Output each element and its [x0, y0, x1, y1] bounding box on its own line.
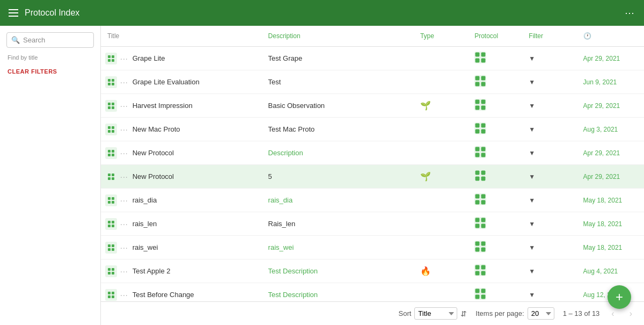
- description-link[interactable]: Description: [268, 149, 303, 157]
- svg-rect-49: [112, 197, 114, 200]
- col-header-protocol[interactable]: Protocol: [470, 26, 524, 47]
- description-text: Rais_len: [268, 220, 296, 228]
- svg-rect-81: [112, 292, 114, 294]
- type-cell: [416, 118, 470, 141]
- protocol-cell: [470, 283, 524, 302]
- col-header-type[interactable]: Type: [416, 26, 470, 47]
- svg-rect-42: [108, 177, 111, 180]
- svg-rect-28: [475, 124, 480, 128]
- svg-rect-30: [475, 129, 480, 134]
- type-cell: [416, 47, 470, 70]
- row-menu-button[interactable]: ···: [120, 54, 128, 63]
- svg-rect-41: [112, 174, 114, 176]
- protocol-icon: [474, 52, 486, 63]
- row-icon: [105, 242, 117, 254]
- sort-arrows-icon[interactable]: ⇵: [460, 309, 467, 318]
- row-icon: [105, 76, 117, 88]
- title-cell: ··· rais_dia: [101, 189, 264, 212]
- filter-icon[interactable]: ▼: [529, 197, 535, 204]
- add-protocol-button[interactable]: +: [608, 285, 631, 309]
- svg-rect-69: [481, 242, 486, 246]
- filter-icon[interactable]: ▼: [529, 102, 535, 110]
- filter-cell: ▼: [524, 236, 579, 259]
- protocol-cell: [470, 212, 524, 236]
- filter-icon[interactable]: ▼: [529, 220, 535, 228]
- row-menu-button[interactable]: ···: [120, 149, 128, 157]
- pagination-info: 1 – 13 of 13: [563, 309, 600, 317]
- row-menu-button[interactable]: ···: [120, 291, 128, 299]
- desc-cell: Test Mac Proto: [264, 118, 416, 141]
- svg-rect-38: [475, 153, 480, 157]
- filter-icon[interactable]: ▼: [529, 291, 535, 299]
- clear-filters-button[interactable]: CLEAR FILTERS: [6, 66, 94, 77]
- filter-cell: ▼: [524, 47, 579, 70]
- table-row: ··· Test Before Change Test Description …: [101, 283, 644, 302]
- desc-cell: Test Description: [264, 259, 416, 283]
- row-menu-button[interactable]: ···: [120, 267, 128, 276]
- row-icon: [105, 218, 117, 230]
- row-menu-button[interactable]: ···: [120, 196, 128, 205]
- filter-icon[interactable]: ▼: [529, 78, 535, 86]
- filter-icon[interactable]: ▼: [529, 173, 535, 180]
- svg-rect-76: [475, 265, 480, 270]
- svg-rect-54: [475, 200, 480, 205]
- title-cell: ··· rais_len: [101, 212, 264, 236]
- row-title: Test Before Change: [133, 291, 260, 299]
- svg-rect-13: [481, 76, 486, 81]
- hamburger-menu[interactable]: [9, 9, 18, 17]
- svg-rect-58: [108, 225, 111, 227]
- desc-cell: rais_wei: [264, 236, 416, 259]
- title-cell: ··· Grape Lite: [101, 47, 264, 70]
- filter-icon[interactable]: ▼: [529, 126, 535, 133]
- date-cell: Aug 3, 2021: [579, 118, 644, 141]
- row-menu-button[interactable]: ···: [120, 172, 128, 181]
- row-menu-button[interactable]: ···: [120, 125, 128, 134]
- items-per-page-select[interactable]: 20 50 100: [528, 307, 554, 320]
- description-link[interactable]: rais_dia: [268, 196, 293, 204]
- svg-rect-7: [481, 59, 486, 63]
- protocol-icon: [474, 146, 486, 158]
- table-row: ··· Grape Lite Evaluation Test ▼ Jun 9, …: [101, 70, 644, 94]
- more-options-button[interactable]: ⋯: [625, 7, 635, 19]
- protocol-icon: [474, 241, 486, 252]
- svg-rect-29: [481, 124, 486, 128]
- svg-rect-46: [475, 177, 480, 181]
- col-header-filter[interactable]: Filter: [524, 26, 579, 47]
- search-box[interactable]: 🔍 Search: [6, 32, 94, 48]
- type-cell: 🔥: [416, 259, 470, 283]
- filter-icon[interactable]: ▼: [529, 244, 535, 251]
- protocol-cell: [470, 165, 524, 189]
- svg-rect-53: [481, 194, 486, 199]
- description-link[interactable]: Test Description: [268, 267, 318, 275]
- col-header-description[interactable]: Description: [264, 26, 416, 47]
- col-header-title[interactable]: Title: [101, 26, 264, 47]
- svg-rect-8: [108, 79, 111, 82]
- row-title: Grape Lite Evaluation: [133, 78, 260, 86]
- filter-cell: ▼: [524, 189, 579, 212]
- svg-rect-44: [475, 171, 480, 175]
- main-layout: 🔍 Search Find by title CLEAR FILTERS Tit…: [0, 26, 644, 325]
- description-link[interactable]: rais_wei: [268, 243, 294, 251]
- row-menu-button[interactable]: ···: [120, 78, 128, 86]
- filter-icon[interactable]: ▼: [529, 268, 535, 275]
- desc-cell: Basic Observation: [264, 94, 416, 118]
- svg-rect-77: [481, 265, 486, 270]
- filter-icon[interactable]: ▼: [529, 149, 535, 157]
- row-menu-button[interactable]: ···: [120, 243, 128, 252]
- row-menu-button[interactable]: ···: [120, 102, 128, 110]
- svg-rect-67: [112, 248, 114, 251]
- row-menu-button[interactable]: ···: [120, 220, 128, 228]
- nav-left: Protocol Index: [9, 8, 79, 18]
- filter-icon[interactable]: ▼: [529, 55, 535, 62]
- filter-cell: ▼: [524, 212, 579, 236]
- sort-select[interactable]: Title: [414, 307, 457, 320]
- svg-rect-83: [112, 295, 114, 298]
- desc-cell: Test: [264, 70, 416, 94]
- next-page-button[interactable]: ›: [626, 308, 635, 320]
- prev-page-button[interactable]: ‹: [608, 308, 617, 320]
- date-cell: May 18, 2021: [579, 236, 644, 259]
- svg-rect-3: [112, 59, 114, 62]
- row-title: New Mac Proto: [133, 125, 260, 133]
- description-link[interactable]: Test Description: [268, 291, 318, 299]
- col-header-date[interactable]: 🕐: [579, 26, 644, 47]
